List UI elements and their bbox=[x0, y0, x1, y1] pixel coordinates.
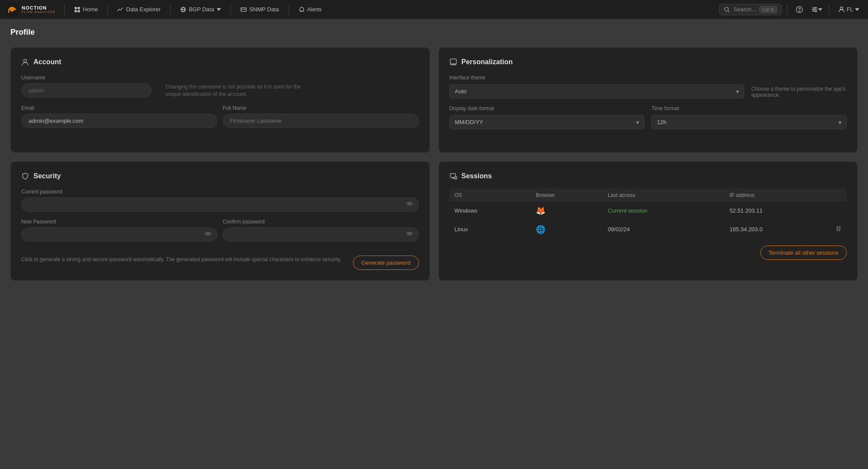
date-format-select[interactable]: MM/DD/YY DD/MM/YY YY/MM/DD bbox=[449, 115, 645, 129]
fullname-input[interactable] bbox=[223, 114, 419, 128]
sessions-card-title: Sessions bbox=[449, 172, 847, 180]
account-icon bbox=[21, 58, 29, 66]
svg-rect-2 bbox=[75, 7, 77, 9]
personalization-card: Personalization Interface theme Auto Lig… bbox=[439, 47, 858, 153]
security-icon bbox=[21, 172, 29, 180]
user-chevron-icon bbox=[855, 8, 859, 11]
nav-bgp-data[interactable]: BGP Data bbox=[176, 3, 225, 15]
theme-select-wrapper: Auto Light Dark bbox=[449, 84, 745, 98]
username-input[interactable] bbox=[21, 83, 152, 98]
email-fullname-row: Email Full Name bbox=[21, 105, 419, 135]
current-password-eye-icon[interactable] bbox=[406, 200, 413, 209]
personalization-card-title: Personalization bbox=[449, 58, 847, 66]
username-row: Changing the username is not possible as… bbox=[21, 83, 419, 98]
security-card: Security Current password New Password bbox=[10, 161, 430, 281]
nav-snmp-data-label: SNMP Data bbox=[249, 6, 279, 13]
session-ip-1: 52.51.203.11 bbox=[724, 202, 830, 220]
session-access-1: Current session bbox=[603, 202, 725, 220]
session-ip-2: 185.34.203.0 bbox=[724, 220, 830, 239]
session-access-2: 09/02/24 bbox=[603, 220, 725, 239]
date-format-label: Display date format bbox=[449, 105, 645, 112]
theme-select[interactable]: Auto Light Dark bbox=[449, 84, 745, 98]
svg-point-28 bbox=[408, 203, 410, 205]
svg-point-29 bbox=[207, 233, 209, 235]
app-subtitle: FLOW ANALYZER bbox=[22, 10, 56, 13]
datetime-row: Display date format MM/DD/YY DD/MM/YY YY… bbox=[449, 105, 847, 129]
new-password-group: New Password bbox=[21, 219, 218, 242]
firefox-icon: 🦊 bbox=[536, 207, 545, 215]
chrome-icon: 🌐 bbox=[536, 225, 545, 234]
user-menu-button[interactable]: FL bbox=[835, 4, 863, 15]
theme-select-group: Interface theme Auto Light Dark bbox=[449, 75, 745, 98]
nav-data-explorer[interactable]: Data Explorer bbox=[113, 3, 165, 15]
confirm-password-group: Confirm password bbox=[223, 219, 419, 242]
search-shortcut: Ctrl K bbox=[759, 6, 777, 13]
search-placeholder: Search... bbox=[733, 6, 756, 13]
svg-point-30 bbox=[408, 233, 410, 235]
svg-point-22 bbox=[840, 7, 843, 10]
confirm-password-input[interactable] bbox=[223, 227, 419, 242]
svg-rect-5 bbox=[78, 10, 80, 12]
sessions-card: Sessions OS Browser Last access IP addre… bbox=[439, 161, 858, 281]
settings-icon bbox=[811, 6, 818, 13]
time-format-group: Time format 12h 24h bbox=[651, 105, 847, 129]
table-row: Linux 🌐 09/02/24 185.34.203.0 bbox=[449, 220, 847, 239]
sessions-title-text: Sessions bbox=[462, 172, 492, 180]
security-card-title: Security bbox=[21, 172, 419, 180]
time-format-select[interactable]: 12h 24h bbox=[651, 115, 847, 129]
time-format-wrapper: 12h 24h bbox=[651, 115, 847, 129]
fullname-label: Full Name bbox=[223, 105, 419, 111]
app-name: NOCTION bbox=[22, 6, 56, 10]
svg-point-1 bbox=[10, 7, 14, 12]
new-password-eye-icon[interactable] bbox=[205, 230, 211, 239]
session-os-1: Windows bbox=[449, 202, 531, 220]
current-password-input[interactable] bbox=[21, 197, 419, 212]
new-password-label: New Password bbox=[21, 219, 218, 225]
nav-data-explorer-label: Data Explorer bbox=[126, 6, 160, 13]
sessions-col-os: OS bbox=[449, 189, 531, 202]
username-field-group: Username Changing the username is not po… bbox=[21, 75, 419, 98]
search-box[interactable]: Search... Ctrl K bbox=[719, 4, 782, 15]
nav-home[interactable]: Home bbox=[70, 3, 102, 15]
search-icon bbox=[724, 7, 730, 13]
nav-snmp-data[interactable]: SNMP Data bbox=[236, 3, 283, 15]
nav-divider-6 bbox=[787, 4, 787, 15]
svg-point-21 bbox=[815, 10, 816, 12]
svg-point-12 bbox=[725, 7, 729, 11]
nav-home-label: Home bbox=[83, 6, 98, 13]
nav-bgp-data-label: BGP Data bbox=[189, 6, 214, 13]
date-format-wrapper: MM/DD/YY DD/MM/YY YY/MM/DD bbox=[449, 115, 645, 129]
current-password-wrapper bbox=[21, 197, 419, 212]
help-icon bbox=[796, 6, 803, 13]
user-icon bbox=[838, 6, 845, 13]
table-row: Windows 🦊 Current session 52.51.203.11 bbox=[449, 202, 847, 220]
logo[interactable]: NOCTION FLOW ANALYZER bbox=[5, 3, 56, 16]
sessions-col-actions bbox=[830, 189, 847, 202]
email-label: Email bbox=[21, 105, 218, 111]
page-title: Profile bbox=[10, 28, 858, 37]
terminate-sessions-button[interactable]: Terminate all other sessions bbox=[760, 246, 847, 260]
svg-point-19 bbox=[815, 7, 816, 8]
page-content: Profile Account Username Changing the us… bbox=[0, 19, 868, 289]
pw-gen-hint: Click to generate a strong and secure pa… bbox=[21, 256, 346, 263]
nav-alerts[interactable]: Alerts bbox=[294, 3, 326, 15]
email-input[interactable] bbox=[21, 114, 218, 128]
session-actions-2[interactable] bbox=[830, 220, 847, 239]
new-password-input[interactable] bbox=[21, 227, 218, 242]
sessions-col-ip: IP address bbox=[724, 189, 830, 202]
nav-divider-1 bbox=[64, 4, 65, 15]
new-password-wrapper bbox=[21, 227, 218, 242]
sessions-table: OS Browser Last access IP address Window… bbox=[449, 189, 847, 239]
help-button[interactable] bbox=[792, 3, 806, 16]
account-card-title: Account bbox=[21, 58, 419, 66]
settings-button[interactable] bbox=[810, 3, 824, 16]
new-confirm-password-row: New Password Confirm password bbox=[21, 219, 419, 249]
user-label: FL bbox=[847, 6, 853, 13]
sessions-col-browser: Browser bbox=[531, 189, 603, 202]
generate-password-button[interactable]: Generate password bbox=[353, 256, 419, 270]
confirm-password-eye-icon[interactable] bbox=[406, 230, 413, 239]
svg-point-20 bbox=[813, 9, 814, 10]
email-field-group: Email bbox=[21, 105, 218, 128]
nav-divider-2 bbox=[107, 4, 108, 15]
delete-session-button[interactable] bbox=[835, 226, 842, 233]
